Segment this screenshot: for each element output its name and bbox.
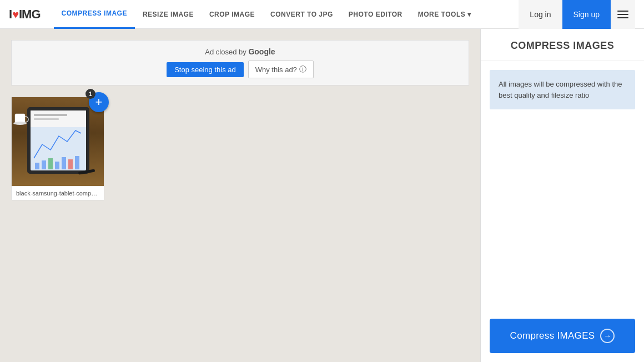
upload-area: 1 + bbox=[11, 97, 104, 200]
svg-rect-9 bbox=[48, 158, 53, 169]
work-area: Ad closed by Google Stop seeing this ad … bbox=[0, 29, 480, 362]
hamburger-icon bbox=[617, 11, 628, 18]
logo[interactable]: I♥IMG bbox=[9, 7, 41, 22]
ad-actions: Stop seeing this ad Why this ad? ⓘ bbox=[167, 61, 314, 78]
right-sidebar: COMPRESS IMAGES All images will be compr… bbox=[480, 29, 644, 362]
nav-convert-to-jpg[interactable]: CONVERT TO JPG bbox=[263, 0, 341, 29]
logo-i: I bbox=[9, 7, 12, 21]
ad-banner: Ad closed by Google Stop seeing this ad … bbox=[11, 40, 469, 86]
logo-heart: ♥ bbox=[12, 8, 18, 21]
nav-more-tools[interactable]: MORE TOOLS ▾ bbox=[410, 0, 479, 29]
sidebar-spacer bbox=[481, 118, 644, 310]
svg-rect-11 bbox=[62, 157, 66, 169]
plus-icon: + bbox=[95, 96, 103, 108]
svg-rect-8 bbox=[42, 160, 46, 169]
hamburger-menu[interactable] bbox=[611, 0, 635, 29]
svg-point-6 bbox=[13, 122, 27, 125]
svg-rect-10 bbox=[55, 162, 59, 169]
main-layout: Ad closed by Google Stop seeing this ad … bbox=[0, 29, 644, 362]
arrow-right-icon: → bbox=[603, 331, 611, 340]
nav-photo-editor[interactable]: PHOTO EDITOR bbox=[341, 0, 410, 29]
nav-resize-image[interactable]: RESIZE IMAGE bbox=[135, 0, 202, 29]
logo-img: IMG bbox=[19, 7, 41, 21]
image-preview bbox=[12, 97, 104, 186]
signup-button[interactable]: Sign up bbox=[562, 0, 611, 29]
nav-crop-image[interactable]: CROP IMAGE bbox=[202, 0, 263, 29]
image-filename: black-samsung-tablet-comput... bbox=[12, 186, 104, 200]
svg-rect-13 bbox=[75, 156, 79, 169]
image-count-badge: 1 bbox=[85, 89, 95, 99]
why-this-ad-button[interactable]: Why this ad? ⓘ bbox=[248, 61, 314, 78]
add-more-button[interactable]: 1 + bbox=[89, 92, 109, 112]
arrow-circle-icon: → bbox=[600, 329, 615, 343]
svg-rect-15 bbox=[34, 118, 59, 120]
navbar: I♥IMG COMPRESS IMAGE RESIZE IMAGE CROP I… bbox=[0, 0, 644, 29]
login-button[interactable]: Log in bbox=[519, 0, 562, 29]
nav-compress-image[interactable]: COMPRESS IMAGE bbox=[54, 0, 135, 29]
svg-rect-5 bbox=[15, 114, 25, 123]
ad-closed-by: Ad closed by Google bbox=[205, 47, 275, 56]
image-card: black-samsung-tablet-comput... bbox=[11, 97, 104, 200]
info-icon: ⓘ bbox=[299, 64, 306, 74]
sidebar-info: All images will be compressed with the b… bbox=[490, 70, 635, 109]
chevron-down-icon: ▾ bbox=[467, 11, 471, 18]
sidebar-title: COMPRESS IMAGES bbox=[481, 29, 644, 61]
nav-right: Log in Sign up bbox=[519, 0, 635, 29]
svg-rect-14 bbox=[34, 114, 67, 116]
compress-images-button[interactable]: Compress IMAGES → bbox=[490, 319, 635, 353]
logo-text: I♥IMG bbox=[9, 7, 41, 22]
image-thumbnail bbox=[12, 97, 104, 186]
stop-seeing-ad-button[interactable]: Stop seeing this ad bbox=[167, 62, 244, 77]
svg-rect-7 bbox=[35, 163, 39, 169]
svg-rect-12 bbox=[68, 159, 73, 169]
nav-links: COMPRESS IMAGE RESIZE IMAGE CROP IMAGE C… bbox=[54, 0, 519, 29]
